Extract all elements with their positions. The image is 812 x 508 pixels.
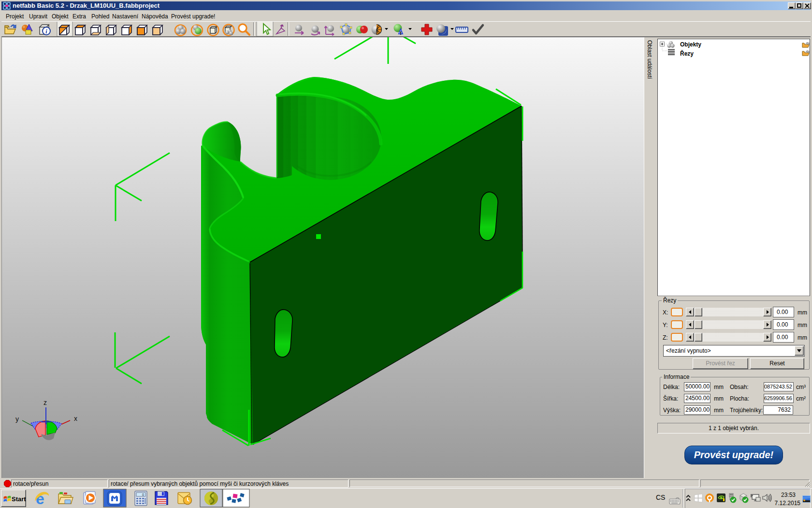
svg-text:0: 0: [142, 493, 144, 496]
svg-text:z: z: [44, 399, 47, 406]
svg-text:y: y: [15, 415, 19, 423]
svg-text:x: x: [74, 415, 77, 422]
